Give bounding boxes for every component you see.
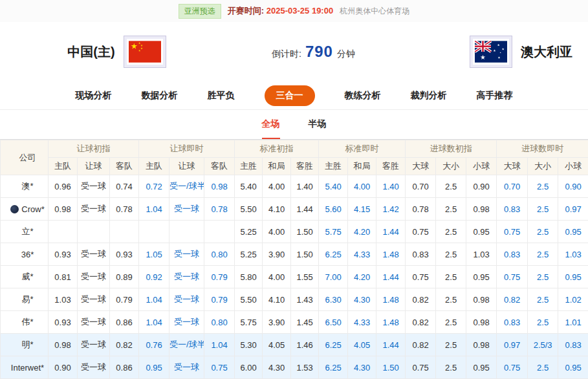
odds-cell: 2.5 [436,198,466,221]
odds-cell: 0.92 [139,266,169,288]
column-header: 主队 [49,158,78,175]
odds-cell: 5.80 [235,266,263,288]
odds-cell: 7.00 [319,266,348,288]
odds-cell: 0.80 [204,311,235,334]
odds-cell: 4.15 [348,198,376,221]
topbar: 亚洲预选 开赛时间: 2025-03-25 19:00 杭州奥体中心体育场 [0,0,588,22]
odds-cell: 4.20 [348,266,376,288]
odds-cell [78,221,110,243]
odds-cell: 2.5 [528,175,558,198]
column-header: 主胜 [235,158,263,175]
kickoff-time: 2025-03-25 19:00 [267,6,333,16]
odds-table: 公司让球初指让球即时标准初指标准即时进球数初指进球数即时主队让球客队主队让球客队… [0,140,588,379]
odds-cell: 2.5 [528,243,558,266]
china-flag-icon [124,36,166,67]
league-badge: 亚洲预选 [179,4,221,19]
odds-cell: 6.25 [319,334,348,356]
odds-cell: 0.93 [110,243,139,266]
odds-cell: 0.75 [497,266,528,288]
column-header: 主胜 [319,158,348,175]
odds-cell: 5.25 [235,243,263,266]
table-row: 威*0.81受一球0.890.92受一球0.795.804.001.557.00… [1,266,588,288]
odds-cell: 5.30 [235,334,263,356]
away-team-name: 澳大利亚 [521,43,572,61]
odds-cell: 0.97 [497,334,528,356]
odds-cell: 4.33 [348,311,376,334]
column-header: 大球 [497,158,528,175]
odds-cell: 3.90 [263,243,291,266]
nav-tab-live-analysis[interactable]: 现场分析 [76,90,112,102]
nav-tab-coach-analysis[interactable]: 教练分析 [345,90,381,102]
odds-cell: 5.75 [319,221,348,243]
odds-cell: 1.48 [376,288,406,311]
nav-tab-three-in-one[interactable]: 三合一 [265,85,315,106]
group-header-goals-initial: 进球数初指 [406,140,497,158]
company-cell[interactable]: 澳* [1,175,49,198]
period-subnav: 全场半场 [0,110,588,140]
odds-cell: 4.00 [263,221,291,243]
odds-cell: 4.30 [348,288,376,311]
table-row: 伟*0.93受一球0.861.04受一球0.805.753.901.456.50… [1,311,588,334]
odds-cell: 0.70 [497,175,528,198]
column-header: 小球 [558,158,588,175]
nav-tab-data-analysis[interactable]: 数据分析 [142,90,178,102]
subnav-tab-full-match[interactable]: 全场 [262,110,280,139]
odds-cell: 受一球 [169,243,204,266]
odds-cell: 0.95 [558,221,588,243]
odds-cell: 0.82 [406,334,436,356]
company-cell[interactable]: 易* [1,288,49,311]
table-row: 明*0.98受一球0.820.76受一/球半1.045.304.051.466.… [1,334,588,356]
home-team-name: 中国(主) [67,43,114,61]
subnav-tab-half-match[interactable]: 半场 [309,110,327,139]
company-cell[interactable]: 36* [1,243,49,266]
odds-cell: 4.20 [348,221,376,243]
odds-cell: 1.04 [139,288,169,311]
odds-table-head: 公司让球初指让球即时标准初指标准即时进球数初指进球数即时主队让球客队主队让球客队… [1,140,588,175]
odds-cell: 5.25 [235,221,263,243]
main-nav: 现场分析数据分析胜平负三合一教练分析裁判分析高手推荐 [0,81,588,110]
odds-cell: 0.82 [110,334,139,356]
odds-cell: 受一球 [78,266,110,288]
odds-cell: 受一球 [78,198,110,221]
odds-cell: 1.01 [558,311,588,334]
column-header: 小球 [466,158,497,175]
odds-cell: 0.93 [49,243,78,266]
odds-cell: 1.03 [558,243,588,266]
column-header: 让球 [78,158,110,175]
odds-cell: 受一球 [169,198,204,221]
odds-cell: 4.33 [348,243,376,266]
odds-cell: 0.97 [558,198,588,221]
odds-cell: 5.50 [235,198,263,221]
odds-cell: 2.5 [528,221,558,243]
odds-cell: 0.98 [49,334,78,356]
match-header: 中国(主) 倒计时: 790 分钟 [0,22,588,81]
company-cell[interactable]: Interwet* [1,356,49,379]
odds-cell: 2.5/3 [528,334,558,356]
odds-cell: 1.46 [291,334,319,356]
company-cell[interactable]: 立* [1,221,49,243]
odds-cell: 2.5 [528,266,558,288]
table-row: Interwet*0.90受一球0.860.95受一球0.756.004.301… [1,356,588,379]
odds-cell: 受一球 [78,175,110,198]
odds-cell: 1.48 [376,243,406,266]
odds-cell: 1.44 [376,266,406,288]
odds-cell: 0.96 [49,175,78,198]
countdown: 倒计时: 790 分钟 [233,43,355,61]
odds-cell: 0.90 [558,175,588,198]
nav-tab-referee-analysis[interactable]: 裁判分析 [411,90,447,102]
company-cell[interactable]: 伟* [1,311,49,334]
group-header-handicap-live: 让球即时 [139,140,235,158]
odds-cell: 0.83 [497,311,528,334]
column-header: 大小 [436,158,466,175]
odds-cell: 0.98 [466,288,497,311]
odds-cell: 4.00 [263,175,291,198]
company-cell[interactable]: 威* [1,266,49,288]
odds-cell: 0.95 [466,221,497,243]
odds-cell: 受一球 [78,243,110,266]
odds-cell: 0.75 [406,356,436,379]
countdown-label: 倒计时: [272,49,301,60]
nav-tab-expert-picks[interactable]: 高手推荐 [477,90,513,102]
company-cell[interactable]: 明* [1,334,49,356]
nav-tab-win-draw-lose[interactable]: 胜平负 [208,90,235,102]
company-cell[interactable]: Crow* [1,198,49,221]
